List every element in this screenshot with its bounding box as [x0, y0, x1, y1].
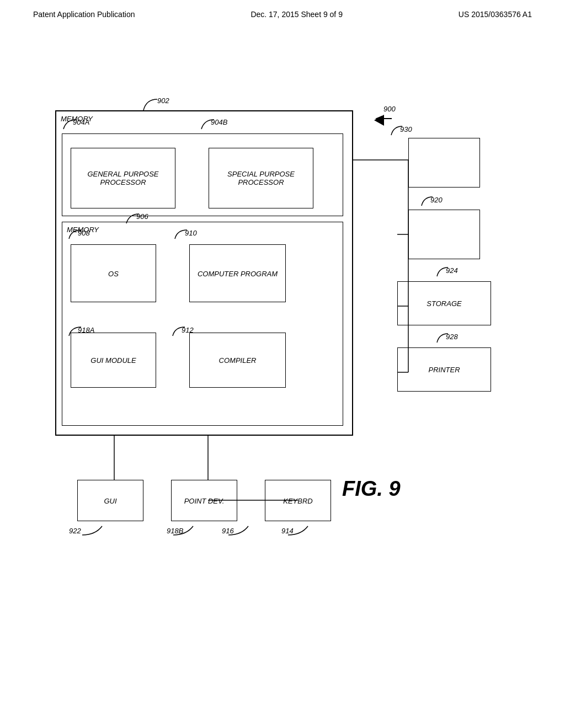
- arrow-900: [374, 115, 384, 126]
- label-printer: PRINTER: [398, 366, 491, 374]
- label-computer-program: COMPUTER PROGRAM: [190, 269, 285, 277]
- box-930: [408, 138, 480, 188]
- box-storage: STORAGE: [397, 281, 491, 325]
- label-general-purpose: GENERAL PURPOSE PROCESSOR: [71, 170, 175, 186]
- curve-928: [435, 331, 451, 344]
- label-os: OS: [71, 269, 156, 277]
- curve-904a: [61, 117, 80, 131]
- box-computer-program: COMPUTER PROGRAM: [189, 244, 286, 302]
- box-902: MEMORY 904A 904B GENERAL PURPOSE PROCESS…: [55, 110, 353, 436]
- curve-920: [419, 195, 436, 207]
- box-point-dev: POINT DEV.: [171, 480, 237, 521]
- page-header: Patent Application Publication Dec. 17, …: [0, 0, 565, 19]
- header-left: Patent Application Publication: [33, 10, 135, 19]
- curve-918b: [171, 524, 199, 536]
- box-904b: SPECIAL PURPOSE PROCESSOR: [209, 148, 313, 208]
- ref-922-label: 922: [69, 527, 81, 535]
- label-keybrd: KEYBRD: [265, 496, 331, 505]
- box-memory-section: MEMORY 908 910 OS COMPUTER PROGRAM 918A: [62, 222, 343, 426]
- label-gui-module: GUI MODULE: [71, 356, 156, 365]
- box-gui: GUI: [77, 480, 143, 521]
- header-center: Dec. 17, 2015 Sheet 9 of 9: [250, 10, 343, 19]
- box-keybrd: KEYBRD: [265, 480, 331, 521]
- curve-914: [286, 524, 313, 536]
- curve-904b: [199, 117, 218, 131]
- label-storage: STORAGE: [398, 299, 491, 308]
- curve-930: [389, 124, 406, 136]
- curve-908: [67, 228, 84, 240]
- box-compiler: COMPILER: [189, 333, 286, 388]
- box-os: OS: [71, 244, 156, 302]
- curve-922: [80, 524, 108, 536]
- box-printer: PRINTER: [397, 347, 491, 392]
- label-special-purpose: SPECIAL PURPOSE PROCESSOR: [209, 170, 313, 186]
- box-920: [408, 210, 480, 259]
- box-gui-module: GUI MODULE: [71, 333, 156, 388]
- curve-912: [170, 325, 188, 337]
- curve-910: [173, 228, 190, 240]
- fig-label: FIG. 9: [342, 477, 401, 501]
- ref-900: 900: [383, 105, 396, 113]
- label-compiler: COMPILER: [190, 356, 285, 365]
- curve-916: [226, 524, 254, 536]
- box-906: GENERAL PURPOSE PROCESSOR SPECIAL PURPOS…: [62, 133, 343, 216]
- label-point-dev: POINT DEV.: [172, 496, 237, 505]
- curve-924: [435, 265, 451, 277]
- box-904a: GENERAL PURPOSE PROCESSOR: [71, 148, 175, 208]
- diagram-area: 900 902 MEMORY 904A 904B GENERAL PURPOSE…: [33, 66, 530, 673]
- label-gui: GUI: [78, 496, 143, 505]
- header-right: US 2015/0363576 A1: [459, 10, 532, 19]
